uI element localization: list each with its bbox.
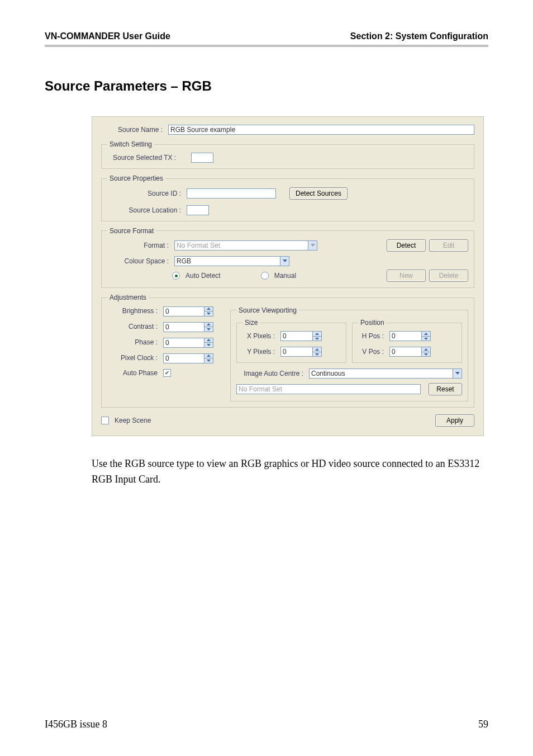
switch-setting-legend: Switch Setting (107, 140, 154, 148)
chevron-down-icon (280, 256, 289, 266)
manual-label: Manual (274, 272, 296, 280)
hpos-input[interactable] (389, 331, 422, 341)
source-name-input[interactable] (168, 125, 474, 135)
xpixels-label: X Pixels : (242, 332, 277, 340)
ypixels-label: Y Pixels : (242, 348, 277, 356)
source-location-label: Source Location : (107, 206, 183, 214)
auto-detect-label: Auto Detect (185, 272, 221, 280)
brightness-stepper[interactable] (163, 306, 213, 316)
adjustments-legend: Adjustments (107, 294, 149, 301)
image-auto-centre-value (309, 368, 453, 379)
page-title: Source Parameters – RGB (45, 78, 488, 94)
spinner-icon (204, 353, 213, 363)
new-button[interactable]: New (387, 270, 426, 282)
source-viewporting-legend: Source Viewporting (236, 306, 299, 314)
source-location-input[interactable] (187, 205, 209, 215)
source-properties-group: Source Properties Source ID : Detect Sou… (101, 174, 474, 221)
doc-header: VN-COMMANDER User Guide Section 2: Syste… (45, 31, 488, 47)
format-value (174, 240, 308, 251)
chevron-down-icon (308, 240, 317, 251)
phase-input[interactable] (163, 338, 204, 348)
source-selected-tx-input[interactable] (191, 153, 213, 163)
keep-scene-checkbox[interactable]: Keep Scene (101, 417, 151, 424)
format-status-text (236, 384, 421, 394)
doc-footer: I456GB issue 8 59 (45, 719, 488, 730)
spinner-icon (204, 322, 213, 332)
brightness-label: Brightness : (107, 307, 160, 315)
doc-header-right: Section 2: System Configuration (350, 31, 488, 41)
contrast-label: Contrast : (107, 323, 160, 330)
position-group: Position H Pos : (352, 319, 462, 363)
vpos-stepper[interactable] (389, 347, 431, 357)
contrast-input[interactable] (163, 322, 204, 332)
phase-stepper[interactable] (163, 338, 213, 348)
hpos-stepper[interactable] (389, 331, 431, 341)
size-group: Size X Pixels : (236, 319, 346, 363)
reset-button[interactable]: Reset (429, 383, 462, 395)
ypixels-stepper[interactable] (280, 347, 322, 357)
pixel-clock-input[interactable] (163, 353, 204, 363)
switch-setting-group: Switch Setting Source Selected TX : (101, 140, 474, 169)
checkbox-icon (101, 417, 109, 424)
format-label: Format : (107, 242, 171, 249)
edit-button[interactable]: Edit (429, 239, 468, 252)
source-format-legend: Source Format (107, 227, 156, 235)
source-name-label: Source Name : (101, 126, 165, 134)
source-format-group: Source Format Format : Detect Edit Colou… (101, 227, 474, 288)
contrast-stepper[interactable] (163, 322, 213, 332)
position-legend: Position (358, 319, 387, 327)
source-viewporting-group: Source Viewporting Size X Pixels : (230, 306, 468, 402)
doc-footer-page: 59 (478, 719, 488, 730)
keep-scene-label: Keep Scene (115, 417, 151, 424)
apply-button[interactable]: Apply (435, 414, 474, 427)
hpos-label: H Pos : (358, 332, 386, 340)
auto-phase-checkbox[interactable]: ✔ (163, 369, 171, 377)
vpos-input[interactable] (389, 347, 422, 357)
doc-footer-left: I456GB issue 8 (45, 719, 107, 730)
image-auto-centre-label: Image Auto Centre : (236, 370, 306, 377)
doc-header-left: VN-COMMANDER User Guide (45, 31, 170, 41)
image-auto-centre-dropdown[interactable] (309, 368, 462, 379)
ypixels-input[interactable] (280, 347, 313, 357)
radio-selected-icon (172, 272, 180, 280)
brightness-input[interactable] (163, 306, 204, 316)
pixel-clock-stepper[interactable] (163, 353, 213, 363)
vpos-label: V Pos : (358, 348, 386, 356)
spinner-icon (313, 331, 322, 341)
source-parameters-dialog: Source Name : Switch Setting Source Sele… (92, 116, 484, 436)
xpixels-input[interactable] (280, 331, 313, 341)
manual-radio[interactable]: Manual (261, 272, 296, 280)
size-legend: Size (242, 319, 260, 327)
adjustments-group: Adjustments Brightness : (101, 294, 474, 408)
spinner-icon (313, 347, 322, 357)
phase-label: Phase : (107, 338, 160, 346)
format-dropdown[interactable] (174, 240, 317, 251)
chevron-down-icon (453, 368, 462, 379)
source-id-label: Source ID : (107, 190, 183, 197)
spinner-icon (422, 331, 431, 341)
colour-space-value (174, 256, 280, 266)
delete-button[interactable]: Delete (429, 270, 468, 282)
spinner-icon (204, 306, 213, 316)
source-selected-tx-label: Source Selected TX : (107, 154, 188, 162)
auto-detect-radio[interactable]: Auto Detect (172, 272, 221, 280)
source-properties-legend: Source Properties (107, 174, 165, 182)
source-id-input[interactable] (187, 188, 276, 199)
detect-button[interactable]: Detect (387, 239, 426, 252)
xpixels-stepper[interactable] (280, 331, 322, 341)
spinner-icon (204, 338, 213, 348)
body-text: Use the RGB source type to view an RGB g… (92, 456, 484, 488)
detect-sources-button[interactable]: Detect Sources (289, 187, 348, 200)
pixel-clock-label: Pixel Clock : (107, 354, 160, 362)
colour-space-label: Colour Space : (107, 257, 171, 265)
radio-unselected-icon (261, 272, 269, 280)
spinner-icon (422, 347, 431, 357)
auto-phase-label: Auto Phase (107, 369, 160, 377)
colour-space-dropdown[interactable] (174, 256, 289, 266)
